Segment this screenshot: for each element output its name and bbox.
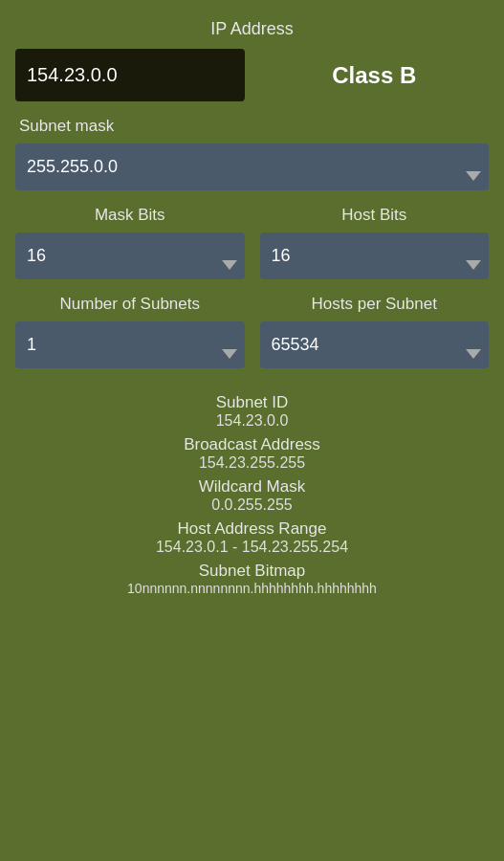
number-of-subnets-input[interactable]: 1 (15, 321, 245, 368)
ip-address-label: IP Address (15, 19, 489, 39)
host-bits-wrapper: 16 (260, 232, 490, 279)
mask-bits-dropdown-icon[interactable] (222, 260, 237, 270)
host-bits-label: Host Bits (260, 206, 490, 225)
hosts-per-subnet-wrapper: 65534 (260, 321, 490, 368)
host-range-value: 154.23.0.1 - 154.23.255.254 (156, 539, 348, 556)
subnet-mask-label: Subnet mask (19, 117, 489, 136)
subnet-mask-input[interactable]: 255.255.0.0 (15, 144, 489, 190)
subnet-mask-dropdown-icon[interactable] (466, 171, 481, 181)
ip-class-label: Class B (260, 62, 490, 89)
number-of-subnets-label: Number of Subnets (15, 295, 245, 314)
subnet-mask-section: Subnet mask 255.255.0.0 (15, 117, 489, 190)
host-bits-input[interactable]: 16 (260, 232, 490, 279)
number-of-subnets-dropdown-icon[interactable] (222, 349, 237, 359)
bitmap-item: Subnet Bitmap 10nnnnnn.nnnnnnnn.hhhhhhhh… (127, 562, 377, 596)
wildcard-item: Wildcard Mask 0.0.255.255 (199, 477, 305, 514)
wildcard-value: 0.0.255.255 (199, 497, 305, 514)
wildcard-label: Wildcard Mask (199, 477, 305, 497)
mask-bits-col: Mask Bits 16 (15, 206, 245, 279)
number-of-subnets-col: Number of Subnets 1 (15, 295, 245, 368)
broadcast-value: 154.23.255.255 (184, 454, 320, 472)
number-of-subnets-wrapper: 1 (15, 321, 245, 368)
subnet-id-value: 154.23.0.0 (216, 412, 289, 430)
hosts-per-subnet-input[interactable]: 65534 (260, 321, 490, 368)
mask-bits-label: Mask Bits (15, 206, 245, 225)
hosts-per-subnet-label: Hosts per Subnet (260, 295, 490, 314)
host-range-label: Host Address Range (156, 519, 348, 539)
subnet-id-item: Subnet ID 154.23.0.0 (216, 393, 289, 430)
bitmap-label: Subnet Bitmap (127, 562, 377, 581)
subnet-mask-wrapper: 255.255.0.0 (15, 144, 489, 190)
mask-bits-wrapper: 16 (15, 232, 245, 279)
ip-class-row: 154.23.0.0 Class B (15, 49, 489, 101)
ip-input-wrapper: 154.23.0.0 (15, 49, 245, 101)
bitmap-value: 10nnnnnn.nnnnnnnn.hhhhhhhh.hhhhhhhh (127, 581, 377, 596)
subnet-id-label: Subnet ID (216, 393, 289, 412)
broadcast-label: Broadcast Address (184, 435, 320, 454)
host-range-item: Host Address Range 154.23.0.1 - 154.23.2… (156, 519, 348, 556)
broadcast-item: Broadcast Address 154.23.255.255 (184, 435, 320, 472)
host-bits-col: Host Bits 16 (260, 206, 490, 279)
mask-bits-input[interactable]: 16 (15, 232, 245, 279)
host-bits-dropdown-icon[interactable] (466, 260, 481, 270)
subnets-row: Number of Subnets 1 Hosts per Subnet 655… (15, 295, 489, 368)
hosts-per-subnet-col: Hosts per Subnet 65534 (260, 295, 490, 368)
bits-row: Mask Bits 16 Host Bits 16 (15, 206, 489, 279)
ip-address-input[interactable]: 154.23.0.0 (15, 49, 245, 101)
hosts-per-subnet-dropdown-icon[interactable] (466, 349, 481, 359)
results-section: Subnet ID 154.23.0.0 Broadcast Address 1… (15, 393, 489, 602)
